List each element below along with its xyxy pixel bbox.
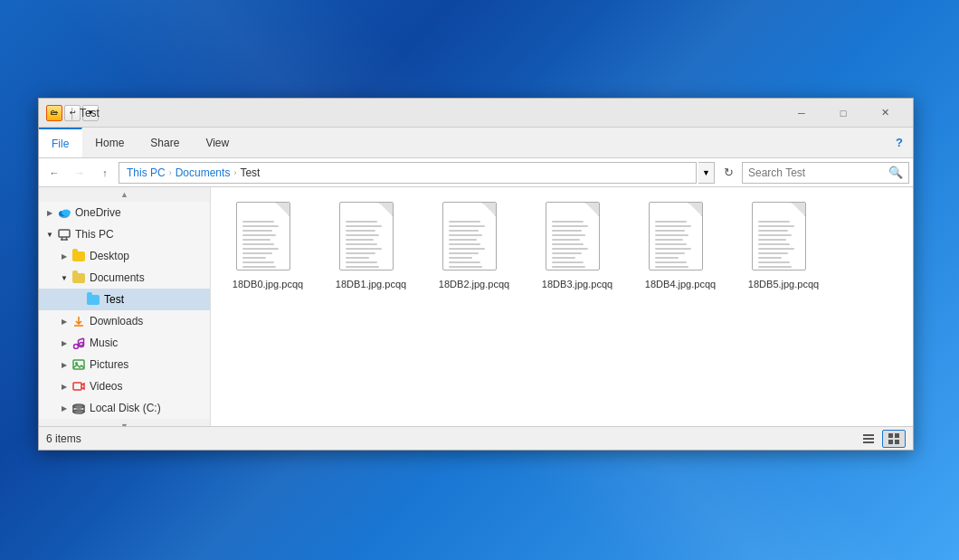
- svg-point-2: [62, 210, 71, 216]
- sidebar-scroll-down[interactable]: ▼: [39, 419, 210, 426]
- minimize-button[interactable]: ─: [781, 99, 822, 128]
- file-name-3: 18DB3.jpg.pcqq: [542, 278, 612, 290]
- tab-share-label: Share: [150, 137, 179, 149]
- tab-file-label: File: [52, 138, 69, 150]
- svg-rect-23: [888, 433, 893, 438]
- sidebar-item-music[interactable]: ▶ Music: [39, 332, 210, 354]
- test-label: Test: [104, 293, 124, 306]
- desktop-label: Desktop: [90, 250, 129, 262]
- sidebar-scroll-up[interactable]: ▲: [39, 187, 210, 202]
- videos-icon: [71, 379, 86, 394]
- sidebar-item-thispc[interactable]: ▼ This PC: [39, 223, 210, 245]
- title-separator: │: [70, 108, 76, 119]
- tab-view[interactable]: View: [193, 128, 242, 157]
- sidebar-item-onedrive[interactable]: ▶ OneDrive: [39, 202, 210, 223]
- path-thispc[interactable]: This PC: [127, 166, 166, 179]
- ribbon: File Home Share View ?: [39, 128, 913, 158]
- status-count: 6 items: [46, 432, 81, 445]
- back-button[interactable]: ←: [43, 162, 66, 184]
- pictures-icon: [71, 357, 86, 372]
- sidebar-item-videos[interactable]: ▶ Videos: [39, 375, 210, 397]
- file-name-1: 18DB1.jpg.pcqq: [336, 278, 406, 290]
- expand-arrow-onedrive: ▶: [43, 202, 57, 223]
- file-item-3[interactable]: 18DB3.jpg.pcqq: [527, 195, 627, 298]
- file-icon-4: [649, 202, 712, 274]
- sidebar-item-localdisk[interactable]: ▶ Local Disk (C:): [39, 397, 210, 419]
- videos-label: Videos: [90, 380, 122, 393]
- file-item-1[interactable]: 18DB1.jpg.pcqq: [321, 195, 421, 298]
- file-icon-0: [236, 202, 299, 274]
- title-bar: 🗁 ↩ ▼ │ Test ─ □ ✕: [39, 99, 913, 128]
- close-button[interactable]: ✕: [864, 99, 906, 128]
- documents-label: Documents: [90, 271, 145, 284]
- svg-rect-24: [895, 433, 899, 438]
- file-name-2: 18DB2.jpg.pcqq: [439, 278, 509, 290]
- expand-arrow-localdisk: ▶: [57, 397, 71, 419]
- forward-button[interactable]: →: [68, 162, 91, 184]
- file-item-2[interactable]: 18DB2.jpg.pcqq: [424, 195, 524, 298]
- sidebar: ▲ ▶ OneDrive ▼ This PC ▶: [39, 187, 211, 426]
- status-bar: 6 items: [39, 426, 913, 450]
- path-dropdown-button[interactable]: ▼: [698, 162, 715, 184]
- sidebar-item-desktop[interactable]: ▶ Desktop: [39, 245, 210, 267]
- file-icon-1: [339, 202, 403, 274]
- path-arrow-2: ›: [233, 168, 236, 177]
- up-button[interactable]: ↑: [93, 162, 117, 184]
- downloads-label: Downloads: [90, 315, 143, 327]
- view-buttons: [857, 430, 906, 448]
- tab-file[interactable]: File: [39, 128, 82, 157]
- expand-arrow-music: ▶: [57, 332, 71, 354]
- expand-arrow-pictures: ▶: [57, 354, 71, 375]
- svg-rect-16: [73, 383, 81, 390]
- file-name-0: 18DB0.jpg.pcqq: [233, 278, 303, 290]
- search-input[interactable]: [748, 166, 885, 179]
- svg-rect-20: [863, 434, 874, 436]
- tab-home[interactable]: Home: [82, 128, 138, 157]
- content-area: 18DB0.jpg.pcqq: [211, 187, 913, 426]
- expand-arrow-videos: ▶: [57, 375, 71, 397]
- file-icon-3: [546, 202, 609, 274]
- list-view-icon: [861, 432, 876, 446]
- disk-icon: [71, 401, 86, 415]
- help-button[interactable]: ?: [886, 128, 913, 157]
- path-documents[interactable]: Documents: [176, 166, 231, 179]
- file-item-5[interactable]: 18DB5.jpg.pcqq: [734, 195, 833, 298]
- svg-rect-25: [888, 440, 893, 444]
- file-item-0[interactable]: 18DB0.jpg.pcqq: [218, 195, 318, 298]
- view-list-button[interactable]: [857, 430, 880, 448]
- thispc-label: This PC: [75, 228, 114, 241]
- refresh-button[interactable]: ↻: [717, 162, 740, 184]
- search-box: 🔍: [742, 162, 909, 184]
- view-grid-button[interactable]: [882, 430, 906, 448]
- grid-view-icon: [887, 432, 901, 446]
- window-icon: 🗁 ↩ ▼: [46, 106, 61, 120]
- documents-folder-icon: [71, 271, 86, 285]
- expand-arrow-documents: ▼: [57, 267, 71, 289]
- expand-arrow-desktop: ▶: [57, 245, 71, 267]
- folder-icon-small: 🗁: [51, 109, 58, 117]
- search-button[interactable]: 🔍: [888, 166, 903, 179]
- file-item-4[interactable]: 18DB4.jpg.pcqq: [631, 195, 730, 298]
- sidebar-item-test[interactable]: ▶ Test: [39, 289, 210, 310]
- file-icon-5: [752, 202, 815, 274]
- sidebar-item-pictures[interactable]: ▶ Pictures: [39, 354, 210, 375]
- svg-rect-22: [863, 441, 874, 443]
- svg-rect-14: [73, 360, 84, 369]
- onedrive-icon: [57, 205, 71, 220]
- qa-btn-1[interactable]: 🗁: [46, 105, 62, 121]
- path-arrow-1: ›: [169, 168, 172, 177]
- sidebar-item-documents[interactable]: ▼ Documents: [39, 267, 210, 289]
- localdisk-label: Local Disk (C:): [90, 402, 161, 414]
- sidebar-item-downloads[interactable]: ▶ Downloads: [39, 310, 210, 332]
- tab-share[interactable]: Share: [138, 128, 193, 157]
- pictures-label: Pictures: [90, 358, 128, 371]
- onedrive-label: OneDrive: [75, 206, 121, 219]
- music-label: Music: [90, 337, 118, 349]
- svg-rect-3: [59, 230, 70, 237]
- address-bar: ← → ↑ This PC › Documents › Test ▼ ↻ 🔍: [39, 158, 913, 187]
- main-area: ▲ ▶ OneDrive ▼ This PC ▶: [39, 187, 913, 426]
- tab-view-label: View: [205, 137, 229, 149]
- address-path: This PC › Documents › Test: [119, 162, 697, 184]
- file-name-5: 18DB5.jpg.pcqq: [748, 278, 819, 290]
- maximize-button[interactable]: □: [822, 99, 864, 128]
